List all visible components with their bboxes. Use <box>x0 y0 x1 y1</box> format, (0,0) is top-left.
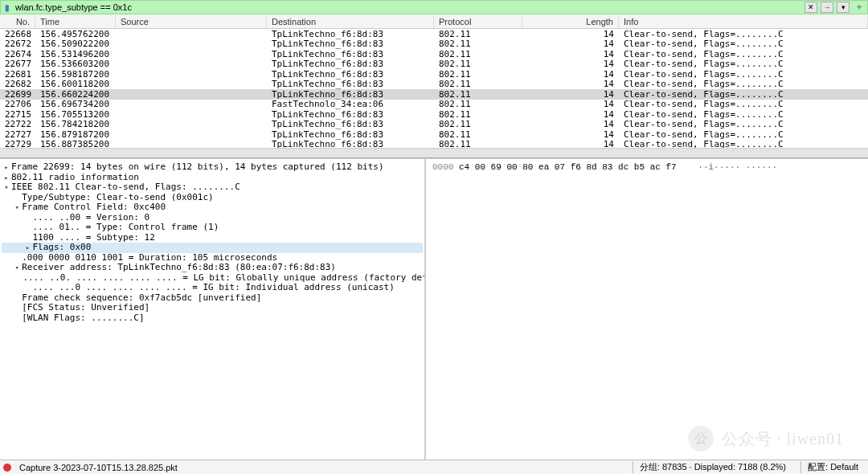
table-row[interactable]: 22706156.696734200FastTechnolo_34:ea:068… <box>0 100 868 110</box>
error-indicator-icon[interactable] <box>3 464 11 472</box>
packet-details-pane[interactable]: ▸Frame 22699: 14 bytes on wire (112 bits… <box>0 159 426 460</box>
table-row[interactable]: 22715156.705513200TpLinkTechno_f6:8d:838… <box>0 109 868 120</box>
add-filter-button[interactable]: + <box>853 2 866 13</box>
lower-split: ▸Frame 22699: 14 bytes on wire (112 bits… <box>0 158 868 460</box>
tree-twisty-icon[interactable]: ▾ <box>2 182 11 193</box>
packet-list-header[interactable]: No. Time Source Destination Protocol Len… <box>0 14 868 29</box>
col-length[interactable]: Length <box>522 15 619 28</box>
hex-offset: 0000 <box>432 162 453 172</box>
tree-twisty-icon[interactable]: ▾ <box>12 202 22 213</box>
tree-line[interactable]: [FCS Status: Unverified] <box>2 303 423 313</box>
tree-line[interactable]: ▾Frame Control Field: 0xc400 <box>2 202 423 213</box>
hex-ascii: ··i····· ······ <box>682 162 777 172</box>
table-row[interactable]: 22674156.531496200TpLinkTechno_f6:8d:838… <box>0 49 868 59</box>
clear-filter-button[interactable]: ✕ <box>805 2 817 13</box>
tree-twisty-icon[interactable]: ▸ <box>23 243 33 253</box>
tree-line[interactable]: ▸Flags: 0x00 <box>2 243 423 253</box>
col-no[interactable]: No. <box>0 15 35 28</box>
tree-line[interactable]: ▾IEEE 802.11 Clear-to-send, Flags: .....… <box>2 182 423 193</box>
table-row[interactable]: 22677156.536603200TpLinkTechno_f6:8d:838… <box>0 59 868 70</box>
table-row[interactable]: 22729156.887385200TpLinkTechno_f6:8d:838… <box>0 140 868 149</box>
apply-filter-button[interactable]: → <box>821 2 833 13</box>
bookmark-icon[interactable]: ▮ <box>2 2 12 12</box>
table-row[interactable]: 22681156.598187200TpLinkTechno_f6:8d:838… <box>0 69 868 80</box>
packet-list-body[interactable]: 22668156.495762200TpLinkTechno_f6:8d:838… <box>0 29 868 148</box>
tree-line[interactable]: .... 01.. = Type: Control frame (1) <box>2 223 423 233</box>
col-info[interactable]: Info <box>619 15 868 28</box>
status-bar: Capture 3-2023-07-10T15.13.28.825.pkt 分组… <box>0 460 868 474</box>
col-destination[interactable]: Destination <box>267 15 434 28</box>
status-profile[interactable]: 配置: Default <box>800 461 865 473</box>
table-row[interactable]: 22672156.509022200TpLinkTechno_f6:8d:838… <box>0 39 868 50</box>
status-stats: 分组: 87835 · Displayed: 7188 (8.2%) <box>633 461 792 473</box>
tree-line[interactable]: .... ...0 .... .... .... .... = IG bit: … <box>2 283 423 293</box>
packet-list-pane: No. Time Source Destination Protocol Len… <box>0 14 868 158</box>
table-row[interactable]: 22668156.495762200TpLinkTechno_f6:8d:838… <box>0 29 868 39</box>
watermark-text: 公众号 · liwen01 <box>722 434 844 444</box>
status-file: Capture 3-2023-07-10T15.13.28.825.pkt <box>19 463 178 472</box>
packet-list-hscroll[interactable] <box>0 148 868 157</box>
tree-line[interactable]: ▸Frame 22699: 14 bytes on wire (112 bits… <box>2 162 423 173</box>
packet-bytes-pane[interactable]: 0000 c4 00 69 00 80 ea 07 f6 8d 83 dc b5… <box>426 159 868 460</box>
tree-line[interactable]: ▾Receiver address: TpLinkTechno_f6:8d:83… <box>2 263 423 273</box>
watermark: 公 公众号 · liwen01 <box>688 426 844 452</box>
table-row[interactable]: 22699156.660224200TpLinkTechno_f6:8d:838… <box>0 89 868 100</box>
tree-twisty-icon[interactable]: ▸ <box>2 173 11 183</box>
tree-line[interactable]: [WLAN Flags: ........C] <box>2 313 423 324</box>
table-row[interactable]: 22727156.879187200TpLinkTechno_f6:8d:838… <box>0 129 868 140</box>
display-filter-bar: ▮ ✕ → ▾ + <box>0 0 868 14</box>
wechat-icon: 公 <box>688 426 714 452</box>
table-row[interactable]: 22682156.600118200TpLinkTechno_f6:8d:838… <box>0 80 868 90</box>
col-protocol[interactable]: Protocol <box>434 15 522 28</box>
tree-twisty-icon[interactable]: ▸ <box>2 162 11 173</box>
filter-history-dropdown[interactable]: ▾ <box>837 2 850 13</box>
hex-bytes: c4 00 69 00 80 ea 07 f6 8d 83 dc b5 ac f… <box>459 162 677 172</box>
col-time[interactable]: Time <box>35 15 116 28</box>
tree-twisty-icon[interactable]: ▾ <box>12 263 22 273</box>
col-source[interactable]: Source <box>116 15 267 28</box>
table-row[interactable]: 22722156.784218200TpLinkTechno_f6:8d:838… <box>0 120 868 130</box>
display-filter-input[interactable] <box>15 2 801 12</box>
